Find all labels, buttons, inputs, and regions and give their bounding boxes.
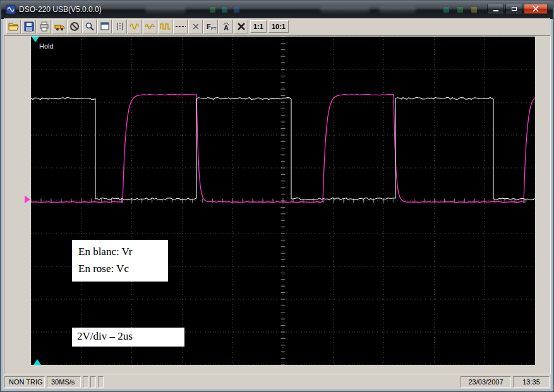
probe-1-1-button[interactable]: 1:1 (250, 20, 267, 33)
xy-mode-icon[interactable] (188, 20, 203, 33)
svg-text:A: A (224, 24, 229, 32)
statusbar: NON TRIG 30MS/s 23/03/2007 13:35 (4, 375, 550, 389)
trigger-level-marker[interactable] (25, 196, 30, 203)
sine-axis-icon[interactable] (143, 20, 157, 33)
sample-rate: 30MS/s (47, 376, 81, 388)
titlebar-artifact (320, 7, 370, 13)
legend-line-white: En blanc: Vr (78, 243, 162, 260)
titlebar: DSO-220 USB(V5.0.0.0) (1, 1, 553, 19)
status-cell-1 (83, 376, 88, 388)
titlebar-artifact (471, 7, 477, 13)
titlebar-artifact (443, 7, 449, 13)
maximize-button[interactable] (505, 4, 522, 14)
fft-icon[interactable]: FFT (203, 20, 218, 33)
app-window: DSO-220 USB(V5.0.0.0) FFTA1:110:1 Hold E… (0, 0, 554, 392)
window-title: DSO-220 USB(V5.0.0.0) (19, 5, 102, 14)
status-cell-2 (90, 376, 96, 388)
open-icon[interactable] (6, 20, 21, 33)
cursors-icon[interactable] (112, 20, 127, 33)
titlebar-artifact (379, 7, 416, 13)
probe-10-1-button[interactable]: 10:1 (268, 20, 289, 33)
hold-status-label: Hold (39, 42, 54, 50)
auto-setup-truck-icon[interactable] (52, 20, 66, 33)
close-icon (533, 6, 539, 12)
dashed-line-icon[interactable] (173, 20, 188, 33)
titlebar-artifact (210, 7, 215, 13)
channel-position-marker-top[interactable] (32, 37, 39, 42)
titlebar-artifact (222, 7, 227, 13)
scope-graticule-and-traces (31, 37, 535, 365)
toolbar: FFTA1:110:1 (4, 18, 550, 35)
delete-icon[interactable] (234, 20, 248, 33)
auto-amplitude-icon[interactable]: A (219, 20, 233, 33)
minimize-icon (493, 10, 498, 11)
zoom-icon[interactable] (82, 20, 97, 33)
status-spacer (105, 376, 459, 388)
square-wave-icon[interactable] (158, 20, 172, 33)
print-icon[interactable] (37, 20, 51, 33)
channel-position-marker-bottom[interactable] (33, 359, 41, 365)
titlebar-artifact (457, 7, 463, 13)
status-date: 23/03/2007 (461, 376, 511, 388)
titlebar-artifact (234, 7, 239, 13)
scale-annotation-box: 2V/div – 2us (72, 328, 184, 347)
sine-wave-icon[interactable] (128, 20, 142, 33)
status-cell-3 (98, 376, 104, 388)
legend-annotation-box: En blanc: Vr En rose: Vc (72, 240, 168, 282)
save-icon[interactable] (21, 20, 36, 33)
no-entry-icon[interactable] (67, 20, 81, 33)
window-icon[interactable] (97, 20, 112, 33)
scope-display: Hold En blanc: Vr En rose: Vc 2V/div – 2… (31, 37, 535, 365)
svg-text:FT: FT (211, 27, 217, 31)
svg-text:F: F (207, 23, 211, 30)
window-controls (487, 4, 548, 14)
trigger-status: NON TRIG (4, 376, 45, 388)
maximize-icon (512, 7, 517, 11)
minimize-button[interactable] (487, 4, 504, 14)
close-button[interactable] (524, 4, 548, 14)
app-icon (6, 4, 16, 15)
titlebar-artifact (145, 7, 186, 13)
status-time: 13:35 (513, 376, 550, 388)
legend-line-pink: En rose: Vc (78, 260, 162, 277)
